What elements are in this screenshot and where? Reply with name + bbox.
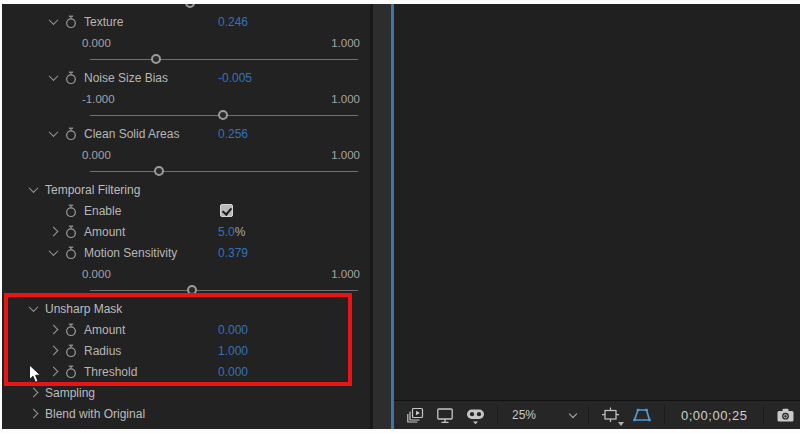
chevron-down-icon (569, 409, 577, 417)
range-max: 1.000 (331, 37, 360, 49)
param-label: Enable (84, 204, 121, 218)
enable-checkbox[interactable] (220, 204, 233, 217)
param-label: Threshold (84, 365, 137, 379)
chevron-right-icon[interactable] (49, 325, 59, 335)
param-row-unsharp-radius: Radius 1.000 (2, 340, 370, 361)
group-label: Temporal Filtering (45, 183, 140, 197)
mask-visibility-icon[interactable] (628, 403, 656, 427)
range-max: 1.000 (331, 149, 360, 161)
stopwatch-icon[interactable] (65, 323, 77, 337)
param-value[interactable]: 0.000 (218, 323, 248, 337)
app-content: Texture 0.246 0.000 1.000 Noise Size Bia… (2, 4, 795, 429)
group-label: Sampling (45, 386, 95, 400)
toolbar-separator (497, 405, 498, 425)
slider-handle-partial[interactable] (185, 4, 195, 8)
param-slider-texture[interactable] (2, 53, 370, 67)
param-range-texture: 0.000 1.000 (2, 32, 370, 53)
param-label: Amount (84, 225, 125, 239)
snapshot-camera-icon[interactable] (772, 403, 799, 427)
param-row-clean-solid-areas: Clean Solid Areas 0.256 (2, 123, 370, 144)
composition-panel: 25% 0;00;00;25 (394, 4, 800, 429)
param-value[interactable]: 5.0% (218, 225, 245, 239)
chevron-right-icon[interactable] (49, 367, 59, 377)
toolbar-separator (664, 405, 665, 425)
stopwatch-icon[interactable] (65, 225, 77, 239)
param-range-motion-sensitivity: 0.000 1.000 (2, 263, 370, 284)
stopwatch-icon[interactable] (65, 15, 77, 29)
chevron-right-icon[interactable] (49, 346, 59, 356)
screenshot-frame: Texture 0.246 0.000 1.000 Noise Size Bia… (0, 0, 800, 433)
stopwatch-icon[interactable] (65, 204, 77, 218)
param-unit: % (235, 225, 246, 239)
param-value[interactable]: 0.256 (218, 127, 248, 141)
param-row-amount-temporal: Amount 5.0% (2, 221, 370, 242)
range-min: 0.000 (82, 37, 111, 49)
param-label: Clean Solid Areas (84, 127, 179, 141)
chevron-right-icon[interactable] (49, 227, 59, 237)
param-label: Noise Size Bias (84, 71, 168, 85)
param-row-texture: Texture 0.246 (2, 11, 370, 32)
chevron-down-icon[interactable] (29, 183, 39, 193)
group-row-unsharp-mask[interactable]: Unsharp Mask (2, 298, 370, 319)
param-value[interactable]: 1.000 (218, 344, 248, 358)
param-value[interactable]: 0.246 (218, 15, 248, 29)
group-label: Blend with Original (45, 407, 145, 421)
param-range-noise-size-bias: -1.000 1.000 (2, 88, 370, 109)
zoom-level-value: 25% (512, 408, 536, 422)
zoom-level-dropdown[interactable]: 25% (506, 404, 580, 426)
effect-controls-panel: Texture 0.246 0.000 1.000 Noise Size Bia… (2, 4, 370, 429)
param-row-motion-sensitivity: Motion Sensitivity 0.379 (2, 242, 370, 263)
range-min: -1.000 (82, 93, 115, 105)
region-of-interest-icon[interactable] (597, 403, 624, 427)
composition-toolbar: 25% 0;00;00;25 (394, 400, 800, 429)
stopwatch-icon[interactable] (65, 344, 77, 358)
param-row-enable: Enable (2, 200, 370, 221)
stereo-goggles-icon[interactable] (462, 403, 489, 427)
chevron-down-icon[interactable] (49, 15, 59, 25)
mouse-cursor (28, 364, 42, 388)
group-row-blend-with-original[interactable]: Blend with Original (2, 403, 370, 424)
toolbar-separator (763, 405, 764, 425)
param-row-unsharp-threshold: Threshold 0.000 (2, 361, 370, 382)
param-value[interactable]: 0.000 (218, 365, 248, 379)
param-slider-motion-sensitivity[interactable] (2, 284, 370, 298)
param-slider-noise-size-bias[interactable] (2, 109, 370, 123)
chevron-down-icon[interactable] (49, 246, 59, 256)
param-row-noise-size-bias: Noise Size Bias -0.005 (2, 67, 370, 88)
param-slider-clean-solid-areas[interactable] (2, 165, 370, 179)
always-preview-layers-icon[interactable] (402, 403, 428, 427)
monitor-icon[interactable] (432, 403, 458, 427)
range-max: 1.000 (331, 268, 360, 280)
panel-scrollbar[interactable] (373, 4, 391, 429)
param-range-clean-solid-areas: 0.000 1.000 (2, 144, 370, 165)
current-timecode[interactable]: 0;00;00;25 (673, 408, 755, 423)
param-value[interactable]: -0.005 (218, 71, 252, 85)
toolbar-separator (588, 405, 589, 425)
param-label: Amount (84, 323, 125, 337)
range-max: 1.000 (331, 93, 360, 105)
dropdown-triangle-icon (618, 422, 624, 426)
stopwatch-icon[interactable] (65, 127, 77, 141)
stopwatch-icon[interactable] (65, 365, 77, 379)
slider-handle[interactable] (218, 110, 228, 120)
stopwatch-icon[interactable] (65, 71, 77, 85)
param-label: Texture (84, 15, 123, 29)
chevron-down-icon[interactable] (29, 302, 39, 312)
composition-viewport[interactable] (394, 4, 800, 400)
stopwatch-icon[interactable] (65, 246, 77, 260)
chevron-down-icon[interactable] (49, 71, 59, 81)
param-label: Motion Sensitivity (84, 246, 177, 260)
param-value[interactable]: 0.379 (218, 246, 248, 260)
range-min: 0.000 (82, 268, 111, 280)
group-label: Unsharp Mask (45, 302, 122, 316)
group-row-temporal-filtering[interactable]: Temporal Filtering (2, 179, 370, 200)
slider-handle[interactable] (151, 54, 161, 64)
range-min: 0.000 (82, 149, 111, 161)
param-label: Radius (84, 344, 121, 358)
chevron-down-icon[interactable] (49, 127, 59, 137)
slider-handle[interactable] (187, 285, 197, 295)
chevron-right-icon[interactable] (29, 409, 39, 419)
group-row-sampling[interactable]: Sampling (2, 382, 370, 403)
slider-handle[interactable] (154, 166, 164, 176)
chevron-right-icon[interactable] (29, 388, 39, 398)
